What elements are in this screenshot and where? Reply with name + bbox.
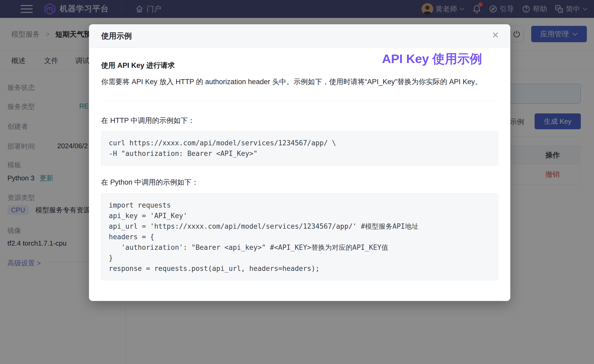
modal-title: 使用示例 (101, 31, 132, 41)
python-example-heading: 在 Python 中调用的示例如下： (101, 178, 498, 187)
modal-header: 使用示例 ✕ (89, 24, 510, 48)
http-code-block: curl https://xxxx.com/api/model/services… (101, 131, 498, 165)
annotation-callout: API Key 使用示例 (382, 51, 482, 67)
api-key-description: 你需要将 API Key 放入 HTTP 的 authorization hea… (101, 77, 498, 87)
close-icon[interactable]: ✕ (492, 31, 499, 40)
modal-body: 使用 API Key 进行请求 你需要将 API Key 放入 HTTP 的 a… (89, 48, 510, 301)
http-example-heading: 在 HTTP 中调用的示例如下： (101, 116, 498, 125)
section-rule (101, 101, 498, 101)
python-code-block: import requests api_key = 'API_Key' api_… (101, 193, 498, 280)
